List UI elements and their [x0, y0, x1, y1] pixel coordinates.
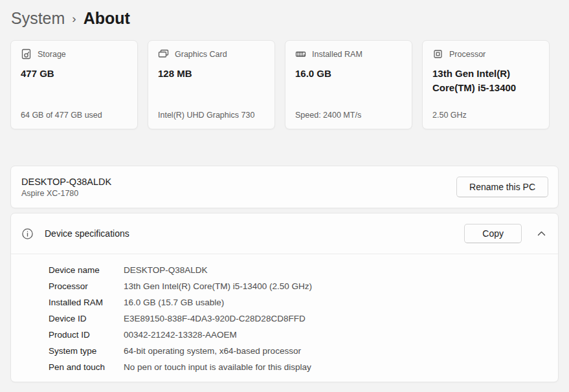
- spec-value: No pen or touch input is available for t…: [124, 362, 311, 372]
- breadcrumb: System › About: [0, 0, 569, 30]
- device-name: DESKTOP-Q38ALDK: [21, 177, 111, 187]
- spec-row: Device name DESKTOP-Q38ALDK: [11, 262, 558, 278]
- section-title: Device specifications: [45, 228, 129, 239]
- device-name-panel: DESKTOP-Q38ALDK Aspire XC-1780 Rename th…: [10, 166, 559, 208]
- card-value: 477 GB: [21, 67, 128, 81]
- graphics-card-icon: [158, 49, 169, 60]
- spec-value: 16.0 GB (15.7 GB usable): [124, 298, 224, 307]
- storage-icon: [21, 49, 32, 60]
- spec-value: E3E89150-838F-4DA3-920D-C28D28CD8FFD: [124, 314, 306, 323]
- card-detail: 2.50 GHz: [432, 111, 539, 120]
- spec-value: 13th Gen Intel(R) Core(TM) i5-13400 (2.5…: [124, 281, 312, 291]
- device-specifications-body: Device name DESKTOP-Q38ALDK Processor 13…: [11, 254, 558, 382]
- device-identity: DESKTOP-Q38ALDK Aspire XC-1780: [21, 177, 111, 198]
- installed-ram-card: Installed RAM 16.0 GB Speed: 2400 MT/s: [285, 40, 412, 129]
- spec-row: Product ID 00342-21242-13328-AAOEM: [11, 327, 558, 343]
- spec-row: System type 64-bit operating system, x64…: [11, 343, 558, 359]
- breadcrumb-chevron-icon: ›: [72, 10, 76, 26]
- storage-card: Storage 477 GB 64 GB of 477 GB used: [10, 40, 138, 129]
- spec-label: Pen and touch: [49, 362, 124, 372]
- processor-card: Processor 13th Gen Intel(R) Core(TM) i5-…: [422, 40, 550, 129]
- card-detail: Speed: 2400 MT/s: [295, 111, 402, 120]
- rename-pc-button[interactable]: Rename this PC: [456, 177, 548, 197]
- spec-label: Device ID: [49, 314, 124, 323]
- card-label: Graphics Card: [175, 50, 227, 59]
- spec-label: Processor: [49, 281, 124, 291]
- card-label: Storage: [38, 50, 66, 59]
- card-value: 13th Gen Intel(R) Core(TM) i5-13400: [432, 67, 539, 95]
- card-label: Processor: [449, 50, 485, 59]
- breadcrumb-system-link[interactable]: System: [11, 9, 65, 28]
- spec-label: System type: [49, 346, 124, 356]
- card-detail: Intel(R) UHD Graphics 730: [158, 111, 265, 120]
- spec-row: Installed RAM 16.0 GB (15.7 GB usable): [11, 294, 558, 310]
- card-label: Installed RAM: [312, 50, 363, 59]
- installed-ram-icon: [295, 49, 306, 60]
- spec-label: Device name: [49, 265, 124, 275]
- spec-row: Pen and touch No pen or touch input is a…: [11, 359, 558, 375]
- graphics-card-card: Graphics Card 128 MB Intel(R) UHD Graphi…: [148, 40, 275, 129]
- device-specifications-panel: Device specifications Copy Device name D…: [10, 213, 559, 382]
- spec-value: DESKTOP-Q38ALDK: [124, 265, 208, 275]
- spec-row: Processor 13th Gen Intel(R) Core(TM) i5-…: [11, 278, 558, 294]
- spec-row: Device ID E3E89150-838F-4DA3-920D-C28D28…: [11, 310, 558, 327]
- card-value: 16.0 GB: [295, 67, 402, 81]
- spec-value: 00342-21242-13328-AAOEM: [124, 330, 237, 340]
- info-icon: [21, 228, 34, 240]
- copy-button[interactable]: Copy: [464, 224, 522, 243]
- spec-label: Product ID: [49, 330, 124, 340]
- card-value: 128 MB: [158, 67, 265, 81]
- page-title: About: [84, 9, 130, 28]
- chevron-up-icon[interactable]: [537, 231, 546, 236]
- spec-value: 64-bit operating system, x64-based proce…: [124, 346, 301, 356]
- info-cards: Storage 477 GB 64 GB of 477 GB used Grap…: [10, 40, 559, 129]
- card-detail: 64 GB of 477 GB used: [21, 111, 128, 120]
- device-model: Aspire XC-1780: [21, 189, 111, 198]
- processor-icon: [432, 49, 443, 60]
- device-specifications-header[interactable]: Device specifications Copy: [11, 213, 558, 254]
- spec-label: Installed RAM: [49, 298, 124, 307]
